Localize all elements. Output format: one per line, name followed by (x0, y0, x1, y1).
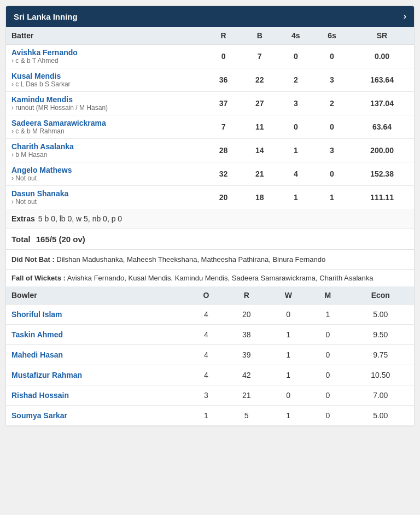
batter-row: Kamindu Mendis › runout (MR Hossain / M … (6, 92, 414, 115)
col-6s: 6s (314, 27, 350, 45)
batter-B: 27 (242, 92, 278, 115)
fow-label: Fall of Wickets : (11, 274, 66, 282)
bowler-R: 42 (225, 365, 268, 385)
batter-row: Angelo Mathews › Not out 32 21 4 0 152.3… (6, 162, 414, 186)
bowler-O: 4 (188, 365, 225, 385)
batter-B: 22 (242, 68, 278, 92)
batter-dismissal: › c & b M Rahman (11, 127, 200, 137)
batter-SR: 200.00 (350, 139, 414, 162)
bowler-O: 3 (188, 385, 225, 406)
batter-6s: 3 (314, 68, 350, 92)
bowler-M: 0 (308, 345, 347, 365)
col-M: M (308, 286, 347, 305)
col-batter: Batter (6, 27, 206, 45)
batter-4s: 4 (278, 162, 314, 186)
bowler-row: Mustafizur Rahman 4 42 1 0 10.50 (6, 365, 414, 385)
fow-value: Avishka Fernando, Kusal Mendis, Kamindu … (67, 274, 374, 282)
extras-label: Extras (11, 214, 35, 223)
batter-R: 36 (206, 68, 242, 92)
batter-4s: 0 (278, 115, 314, 139)
bowler-name[interactable]: Taskin Ahmed (6, 325, 188, 345)
batter-6s: 0 (314, 45, 350, 68)
bowler-Econ: 9.75 (347, 345, 414, 365)
col-O: O (188, 286, 225, 305)
bowler-M: 0 (308, 385, 347, 406)
batter-B: 11 (242, 115, 278, 139)
batter-name[interactable]: Avishka Fernando (11, 48, 200, 57)
batter-dismissal: › b M Hasan (11, 151, 200, 161)
scorecard-container: Sri Lanka Inning › Batter R B 4s 6s SR A… (5, 5, 415, 426)
batter-dismissal: › Not out (11, 174, 200, 184)
col-W: W (268, 286, 308, 305)
bowler-W: 0 (268, 305, 308, 325)
batter-R: 20 (206, 186, 242, 209)
bowler-Econ: 9.50 (347, 325, 414, 345)
bowler-name[interactable]: Shoriful Islam (6, 305, 188, 325)
chevron-icon[interactable]: › (404, 11, 406, 21)
bowler-W: 1 (268, 325, 308, 345)
batter-SR: 111.11 (350, 186, 414, 209)
batter-4s: 1 (278, 139, 314, 162)
batter-SR: 0.00 (350, 45, 414, 68)
bowler-name[interactable]: Rishad Hossain (6, 385, 188, 406)
bowler-M: 0 (308, 325, 347, 345)
extras-value: 5 b 0, lb 0, w 5, nb 0, p 0 (38, 214, 122, 223)
batter-6s: 2 (314, 92, 350, 115)
batter-row: Sadeera Samarawickrama › c & b M Rahman … (6, 115, 414, 139)
dnb-label: Did Not Bat : (11, 255, 55, 264)
bowler-row: Shoriful Islam 4 20 0 1 5.00 (6, 305, 414, 325)
batter-SR: 63.64 (350, 115, 414, 139)
batter-R: 37 (206, 92, 242, 115)
batter-name[interactable]: Kusal Mendis (11, 72, 200, 80)
bowler-name[interactable]: Mahedi Hasan (6, 345, 188, 365)
bowler-header-row: Bowler O R W M Econ (6, 286, 414, 305)
batter-6s: 3 (314, 139, 350, 162)
bowler-Econ: 10.50 (347, 365, 414, 385)
section-header: Sri Lanka Inning › (6, 6, 414, 27)
batter-row: Avishka Fernando › c & b T Ahmed 0 7 0 0… (6, 45, 414, 68)
bowler-W: 1 (268, 406, 308, 426)
bowler-row: Soumya Sarkar 1 5 1 0 5.00 (6, 406, 414, 426)
dnb-value: Dilshan Madushanka, Maheesh Theekshana, … (56, 255, 325, 264)
batter-4s: 3 (278, 92, 314, 115)
bowler-Econ: 7.00 (347, 385, 414, 406)
col-B: B (242, 27, 278, 45)
bowler-O: 1 (188, 406, 225, 426)
section-title: Sri Lanka Inning (14, 12, 78, 21)
batter-name[interactable]: Sadeera Samarawickrama (11, 119, 200, 127)
batter-R: 28 (206, 139, 242, 162)
bowler-name[interactable]: Soumya Sarkar (6, 406, 188, 426)
batter-SR: 163.64 (350, 68, 414, 92)
batter-R: 0 (206, 45, 242, 68)
bowler-M: 1 (308, 305, 347, 325)
bowler-name[interactable]: Mustafizur Rahman (6, 365, 188, 385)
batter-B: 7 (242, 45, 278, 68)
bowler-W: 1 (268, 365, 308, 385)
fow-row: Fall of Wickets : Avishka Fernando, Kusa… (6, 270, 414, 287)
batter-name[interactable]: Charith Asalanka (11, 142, 200, 151)
bowler-row: Mahedi Hasan 4 39 1 0 9.75 (6, 345, 414, 365)
bowler-Econ: 5.00 (347, 305, 414, 325)
batter-name[interactable]: Kamindu Mendis (11, 95, 200, 104)
bowler-O: 4 (188, 345, 225, 365)
total-row: Total165/5 (20 ov) (6, 229, 414, 250)
bowler-row: Rishad Hossain 3 21 0 0 7.00 (6, 385, 414, 406)
batter-row: Charith Asalanka › b M Hasan 28 14 1 3 2… (6, 139, 414, 162)
bowler-table: Bowler O R W M Econ Shoriful Islam 4 20 … (6, 286, 414, 426)
batter-header-row: Batter R B 4s 6s SR (6, 27, 414, 45)
batter-4s: 0 (278, 45, 314, 68)
total-value: 165/5 (20 ov) (36, 235, 85, 244)
extras-row: Extras5 b 0, lb 0, w 5, nb 0, p 0 (6, 209, 414, 229)
batter-B: 21 (242, 162, 278, 186)
batter-SR: 137.04 (350, 92, 414, 115)
bowler-R: 20 (225, 305, 268, 325)
batter-name[interactable]: Dasun Shanaka (11, 189, 200, 198)
batter-name[interactable]: Angelo Mathews (11, 166, 200, 174)
col-Econ: Econ (347, 286, 414, 305)
batter-dismissal: › c L Das b S Sarkar (11, 80, 200, 90)
bowler-M: 0 (308, 406, 347, 426)
col-R: R (206, 27, 242, 45)
batter-dismissal: › c & b T Ahmed (11, 57, 200, 67)
batter-6s: 0 (314, 115, 350, 139)
col-R-bowl: R (225, 286, 268, 305)
